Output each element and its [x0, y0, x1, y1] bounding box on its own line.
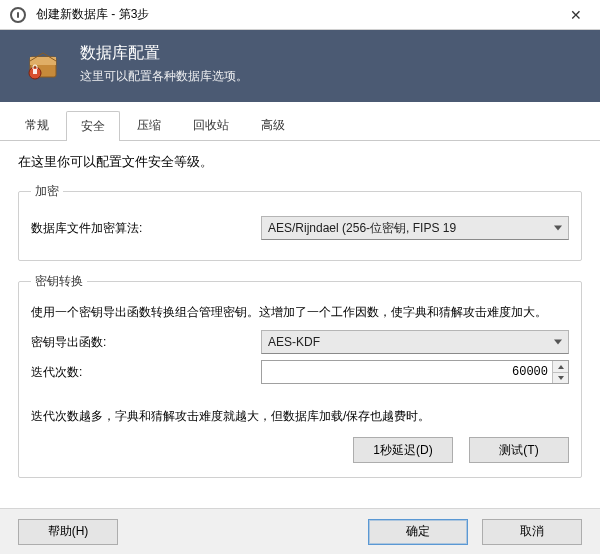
- lock-icon: [10, 7, 26, 23]
- tab-advanced[interactable]: 高级: [246, 110, 300, 140]
- one-second-delay-button[interactable]: 1秒延迟(D): [353, 437, 453, 463]
- close-button[interactable]: ✕: [556, 7, 596, 23]
- tab-compression[interactable]: 压缩: [122, 110, 176, 140]
- key-transform-desc: 使用一个密钥导出函数转换组合管理密钥。这增加了一个工作因数，使字典和猜解攻击难度…: [31, 302, 569, 322]
- group-encryption-legend: 加密: [31, 183, 63, 200]
- kdf-select[interactable]: AES-KDF: [261, 330, 569, 354]
- tab-general[interactable]: 常规: [10, 110, 64, 140]
- tab-strip: 常规 安全 压缩 回收站 高级: [0, 102, 600, 141]
- encryption-algo-value: AES/Rijndael (256-位密钥, FIPS 19: [268, 220, 456, 237]
- window-title: 创建新数据库 - 第3步: [36, 6, 556, 23]
- help-button[interactable]: 帮助(H): [18, 519, 118, 545]
- encryption-algo-select[interactable]: AES/Rijndael (256-位密钥, FIPS 19: [261, 216, 569, 240]
- encryption-algo-label: 数据库文件加密算法:: [31, 220, 261, 237]
- package-lock-icon: [16, 39, 66, 89]
- chevron-down-icon: [554, 226, 562, 231]
- security-intro: 在这里你可以配置文件安全等级。: [18, 153, 582, 171]
- kdf-label: 密钥导出函数:: [31, 334, 261, 351]
- cancel-button[interactable]: 取消: [482, 519, 582, 545]
- test-button[interactable]: 测试(T): [469, 437, 569, 463]
- kdf-value: AES-KDF: [268, 335, 320, 349]
- iterations-spinner: [552, 361, 568, 383]
- header-title: 数据库配置: [80, 43, 248, 64]
- tab-recycle-bin[interactable]: 回收站: [178, 110, 244, 140]
- spinner-down-button[interactable]: [552, 373, 568, 384]
- iterations-input[interactable]: [261, 360, 569, 384]
- dialog-header: 数据库配置 这里可以配置各种数据库选项。: [0, 30, 600, 102]
- iterations-note: 迭代次数越多，字典和猜解攻击难度就越大，但数据库加载/保存也越费时。: [31, 408, 569, 425]
- group-key-transform: 密钥转换 使用一个密钥导出函数转换组合管理密钥。这增加了一个工作因数，使字典和猜…: [18, 273, 582, 478]
- group-encryption: 加密 数据库文件加密算法: AES/Rijndael (256-位密钥, FIP…: [18, 183, 582, 261]
- header-subtitle: 这里可以配置各种数据库选项。: [80, 68, 248, 85]
- tab-security[interactable]: 安全: [66, 111, 120, 141]
- ok-button[interactable]: 确定: [368, 519, 468, 545]
- svg-rect-3: [33, 69, 37, 74]
- window-titlebar: 创建新数据库 - 第3步 ✕: [0, 0, 600, 30]
- spinner-up-button[interactable]: [552, 361, 568, 373]
- group-key-transform-legend: 密钥转换: [31, 273, 87, 290]
- tab-content-security: 在这里你可以配置文件安全等级。 加密 数据库文件加密算法: AES/Rijnda…: [0, 141, 600, 496]
- chevron-down-icon: [554, 340, 562, 345]
- iterations-label: 迭代次数:: [31, 364, 261, 381]
- dialog-footer: 帮助(H) 确定 取消: [0, 508, 600, 554]
